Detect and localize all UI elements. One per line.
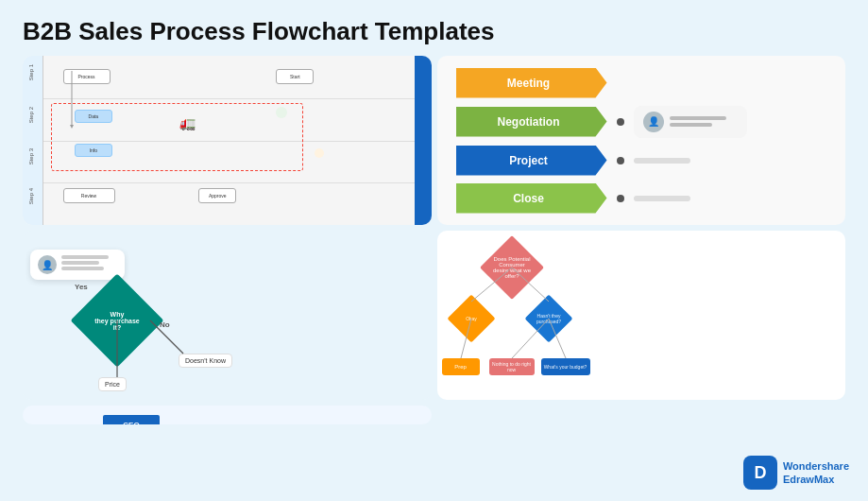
stage-project: Project <box>456 146 607 176</box>
gallery-grid: Step 1 Step 2 Step 3 Step 4 Process Star… <box>23 56 845 424</box>
lane-label-1: Step 1 <box>28 64 34 80</box>
dt-diamond-left: Okay <box>447 295 495 343</box>
connector-dot-close <box>617 195 624 202</box>
yes-label: Yes <box>75 283 88 291</box>
page-title: B2B Sales Process Flowchart Templates <box>0 0 868 56</box>
brand-icon: D <box>743 456 777 490</box>
org-chart-inner: CEO CRO CTO VP Sales VP Product Bu Perf … <box>23 406 432 424</box>
project-line <box>634 158 690 164</box>
card-lane-flowchart[interactable]: Step 1 Step 2 Step 3 Step 4 Process Star… <box>23 56 432 225</box>
comment-bubble-negotiation: 👤 <box>634 106 747 138</box>
df-comment-card: 👤 <box>30 250 125 280</box>
fc-box-3: Data <box>75 110 112 123</box>
stage-close: Close <box>456 183 607 214</box>
fc-box-4: Info <box>75 144 112 157</box>
stage-row-meeting: Meeting <box>456 68 827 98</box>
vertical-blue-bar <box>415 56 432 225</box>
stage-meeting: Meeting <box>456 68 607 98</box>
connector-dot-project <box>617 157 624 164</box>
dt-diamond-top: Does Potential Consumer desire what we o… <box>480 235 544 300</box>
card-decision-tree[interactable]: Does Potential Consumer desire what we o… <box>437 231 846 400</box>
avatar-negotiation: 👤 <box>643 112 664 132</box>
decision-tree-inner: Does Potential Consumer desire what we o… <box>437 231 846 400</box>
dt-box-orange: Prep <box>442 358 480 375</box>
dt-box-blue: What's your budget? <box>541 358 590 375</box>
lane-label-3: Step 3 <box>28 148 34 164</box>
comment-lines-negotiation <box>670 116 726 127</box>
stage-negotiation: Negotiation <box>456 107 607 137</box>
stage-row-negotiation: Negotiation 👤 <box>456 106 827 138</box>
comment-line-1 <box>670 116 726 120</box>
card-sales-stages[interactable]: Meeting Negotiation 👤 <box>437 56 846 225</box>
stage-row-project: Project <box>456 146 827 176</box>
fc-box-5: Review <box>63 188 115 203</box>
lane-label-2: Step 2 <box>28 107 34 123</box>
stage-row-close: Close <box>456 183 827 214</box>
comment-line-2 <box>670 123 712 127</box>
circle-icon-1 <box>276 107 287 118</box>
df-avatar: 👤 <box>38 255 57 274</box>
lane-flowchart-inner: Step 1 Step 2 Step 3 Step 4 Process Star… <box>23 56 432 225</box>
org-ceo: CEO <box>103 415 160 424</box>
df-line-2 <box>61 261 99 265</box>
card-org-chart[interactable]: CEO CRO CTO VP Sales VP Product Bu Perf … <box>23 406 432 424</box>
brand-text: Wondershare EdrawMax <box>783 459 849 487</box>
df-comment-text <box>61 255 109 270</box>
dt-diamond-right: Hasn't they purchased? <box>524 295 572 343</box>
connector-dot-negotiation <box>617 118 624 126</box>
brand-logo: D Wondershare EdrawMax <box>743 456 849 490</box>
truck-icon: 🚛 <box>179 115 196 130</box>
doesnt-know-box: Doesn't Know <box>179 354 232 368</box>
org-connectors <box>23 406 432 424</box>
fc-box-6: Approve <box>198 188 236 203</box>
dt-box-red: Nothing to do right now <box>489 358 535 375</box>
lane-label-4: Step 4 <box>28 188 34 204</box>
decision-flow-inner: 👤 Whythey purchaseit? Yes No Price Doesn… <box>23 231 432 400</box>
fc-box-1: Process <box>63 69 111 84</box>
stages-list: Meeting Negotiation 👤 <box>437 56 846 225</box>
df-line-3 <box>61 267 104 270</box>
close-line <box>634 196 690 201</box>
no-label: No <box>160 320 170 329</box>
df-line-1 <box>61 255 109 259</box>
fc-box-2: Start <box>276 69 314 84</box>
price-box: Price <box>98 377 127 391</box>
card-decision-flow[interactable]: 👤 Whythey purchaseit? Yes No Price Doesn… <box>23 231 432 400</box>
circle-icon-2 <box>315 148 324 158</box>
